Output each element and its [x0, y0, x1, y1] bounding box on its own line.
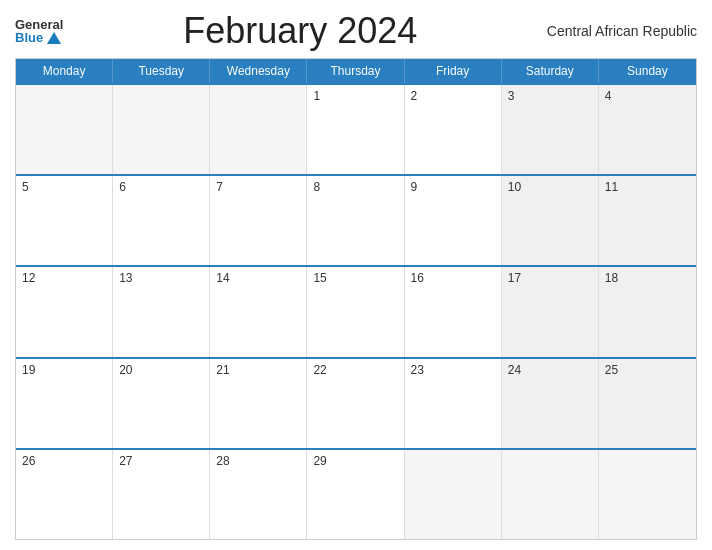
day-number: 12	[22, 271, 106, 285]
logo: General Blue	[15, 18, 63, 44]
calendar-body: 1234567891011121314151617181920212223242…	[16, 83, 696, 539]
calendar-day-cell	[405, 450, 502, 539]
calendar-day-cell: 2	[405, 85, 502, 174]
calendar-day-cell	[16, 85, 113, 174]
calendar-day-cell: 17	[502, 267, 599, 356]
day-number: 7	[216, 180, 300, 194]
day-number: 16	[411, 271, 495, 285]
calendar-week: 26272829	[16, 448, 696, 539]
day-number: 26	[22, 454, 106, 468]
country-label: Central African Republic	[537, 23, 697, 39]
calendar-day-cell: 25	[599, 359, 696, 448]
header: General Blue February 2024 Central Afric…	[15, 10, 697, 58]
day-number: 13	[119, 271, 203, 285]
calendar-day-cell: 9	[405, 176, 502, 265]
day-number: 1	[313, 89, 397, 103]
calendar-day-cell: 5	[16, 176, 113, 265]
calendar-day-cell: 4	[599, 85, 696, 174]
calendar-day-cell: 16	[405, 267, 502, 356]
day-number: 23	[411, 363, 495, 377]
calendar: MondayTuesdayWednesdayThursdayFridaySatu…	[15, 58, 697, 540]
calendar-day-cell: 21	[210, 359, 307, 448]
calendar-week: 1234	[16, 83, 696, 174]
day-number: 8	[313, 180, 397, 194]
calendar-title: February 2024	[63, 10, 537, 52]
calendar-day-cell: 8	[307, 176, 404, 265]
calendar-day-cell: 26	[16, 450, 113, 539]
calendar-day-cell: 12	[16, 267, 113, 356]
day-number: 18	[605, 271, 690, 285]
day-number: 9	[411, 180, 495, 194]
calendar-day-cell: 19	[16, 359, 113, 448]
day-number: 20	[119, 363, 203, 377]
calendar-header-cell: Friday	[405, 59, 502, 83]
page: General Blue February 2024 Central Afric…	[0, 0, 712, 550]
calendar-day-cell	[113, 85, 210, 174]
logo-blue-text: Blue	[15, 31, 43, 44]
calendar-day-cell: 1	[307, 85, 404, 174]
day-number: 28	[216, 454, 300, 468]
logo-blue-row: Blue	[15, 31, 63, 44]
day-number: 27	[119, 454, 203, 468]
calendar-header-cell: Saturday	[502, 59, 599, 83]
calendar-day-cell: 18	[599, 267, 696, 356]
day-number: 29	[313, 454, 397, 468]
day-number: 3	[508, 89, 592, 103]
day-number: 11	[605, 180, 690, 194]
day-number: 5	[22, 180, 106, 194]
calendar-header-cell: Wednesday	[210, 59, 307, 83]
day-number: 22	[313, 363, 397, 377]
day-number: 10	[508, 180, 592, 194]
day-number: 21	[216, 363, 300, 377]
calendar-day-cell: 14	[210, 267, 307, 356]
calendar-day-cell: 3	[502, 85, 599, 174]
calendar-day-cell: 29	[307, 450, 404, 539]
calendar-day-cell: 28	[210, 450, 307, 539]
day-number: 14	[216, 271, 300, 285]
calendar-header-cell: Thursday	[307, 59, 404, 83]
calendar-day-cell: 13	[113, 267, 210, 356]
calendar-week: 19202122232425	[16, 357, 696, 448]
day-number: 4	[605, 89, 690, 103]
calendar-day-cell: 22	[307, 359, 404, 448]
logo-triangle-icon	[47, 32, 61, 44]
calendar-day-cell	[210, 85, 307, 174]
calendar-day-cell: 6	[113, 176, 210, 265]
calendar-week: 567891011	[16, 174, 696, 265]
day-number: 25	[605, 363, 690, 377]
calendar-day-cell: 24	[502, 359, 599, 448]
calendar-header-cell: Tuesday	[113, 59, 210, 83]
calendar-day-cell: 15	[307, 267, 404, 356]
day-number: 24	[508, 363, 592, 377]
calendar-day-cell: 27	[113, 450, 210, 539]
calendar-header: MondayTuesdayWednesdayThursdayFridaySatu…	[16, 59, 696, 83]
calendar-day-cell: 11	[599, 176, 696, 265]
calendar-day-cell: 10	[502, 176, 599, 265]
day-number: 19	[22, 363, 106, 377]
calendar-header-cell: Sunday	[599, 59, 696, 83]
day-number: 6	[119, 180, 203, 194]
day-number: 17	[508, 271, 592, 285]
day-number: 15	[313, 271, 397, 285]
calendar-day-cell: 20	[113, 359, 210, 448]
calendar-day-cell	[502, 450, 599, 539]
calendar-day-cell: 23	[405, 359, 502, 448]
day-number: 2	[411, 89, 495, 103]
calendar-day-cell: 7	[210, 176, 307, 265]
calendar-header-cell: Monday	[16, 59, 113, 83]
calendar-day-cell	[599, 450, 696, 539]
calendar-week: 12131415161718	[16, 265, 696, 356]
